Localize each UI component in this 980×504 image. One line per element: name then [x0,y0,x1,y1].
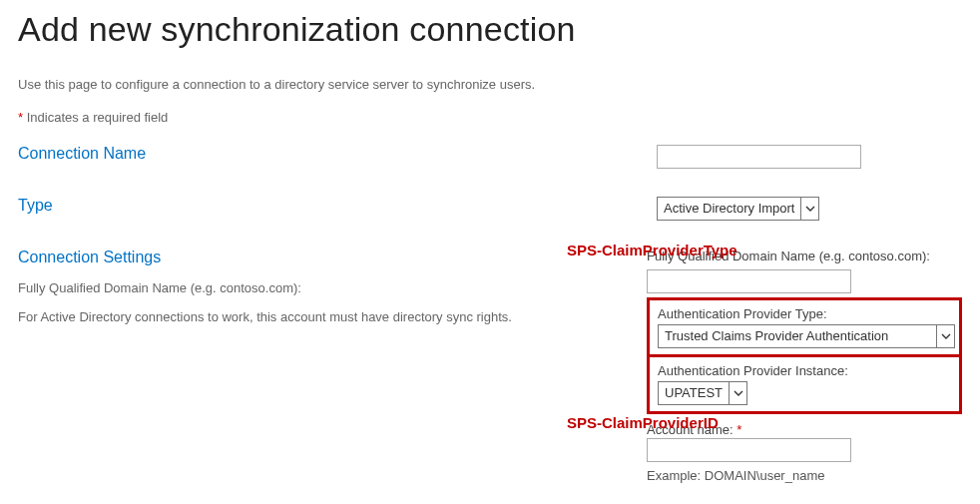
chevron-down-icon [800,198,818,220]
auth-instance-select[interactable]: UPATEST [658,381,747,405]
required-field-note: * Indicates a required field [18,110,962,125]
auth-type-select[interactable]: Trusted Claims Provider Authentication [658,324,955,348]
annotation-sps-claimprovidertype: SPS-ClaimProviderType [567,242,737,258]
page-intro: Use this page to configure a connection … [18,77,962,92]
page-title: Add new synchronization connection [18,10,962,49]
account-name-input[interactable] [647,438,851,462]
auth-type-select-value: Trusted Claims Provider Authentication [659,325,936,347]
fqdn-help-left: Fully Qualified Domain Name (e.g. contos… [18,280,627,295]
auth-instance-select-value: UPATEST [659,382,729,404]
auth-instance-highlight: Authentication Provider Instance: UPATES… [647,357,962,414]
chevron-down-icon [729,382,746,404]
connection-name-input[interactable] [657,145,861,169]
chevron-down-icon [936,325,954,347]
connection-settings-label: Connection Settings [18,249,627,266]
auth-type-label: Authentication Provider Type: [658,306,951,321]
required-asterisk: * [18,110,23,125]
required-note-text: Indicates a required field [27,110,169,125]
type-select[interactable]: Active Directory Import [657,197,819,221]
fqdn-input[interactable] [647,269,851,293]
required-asterisk: * [736,422,741,437]
rights-help: For Active Directory connections to work… [18,309,627,324]
annotation-sps-claimproviderid: SPS-ClaimProviderID [567,414,719,431]
type-label: Type [18,197,637,215]
auth-type-highlight: Authentication Provider Type: Trusted Cl… [647,297,962,357]
account-name-example: Example: DOMAIN\user_name [647,468,962,483]
type-select-value: Active Directory Import [658,198,800,220]
auth-instance-label: Authentication Provider Instance: [658,363,951,378]
connection-name-label: Connection Name [18,145,637,163]
